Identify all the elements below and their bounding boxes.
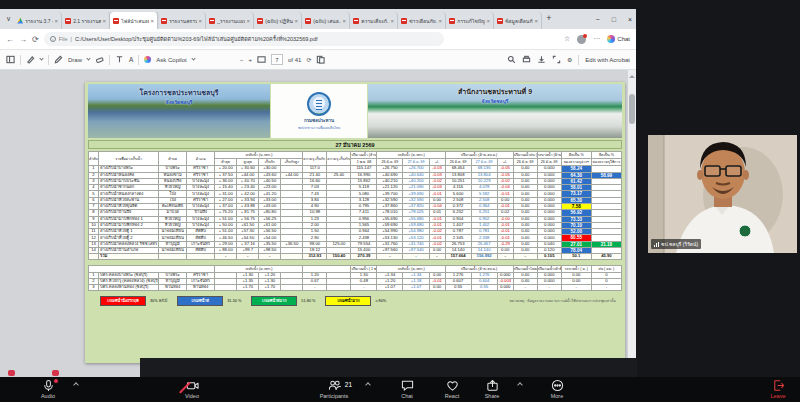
meeting-toolbar: Audio Video 21 Participants Chat [0,377,800,402]
back-icon[interactable]: ← [6,35,14,44]
forward-icon[interactable]: → [19,35,27,44]
scrollbar-thumb[interactable] [629,94,635,124]
address-bar: ← → ⟳ i File | C:/Users/User/Desktop/ประ… [0,29,636,50]
share-button[interactable]: Share [470,379,514,399]
read-aloud-icon[interactable]: A [129,56,133,63]
table-cell: - [561,284,591,290]
table-cell [327,284,351,290]
minimize-button[interactable]: − [596,16,600,23]
col-header: ระดับน้ำ (ม.รทก.) [215,266,303,273]
table-cell: รวม [99,254,159,260]
copilot-chat-button[interactable]: Chat [607,35,630,43]
favorites-star-icon[interactable]: ☆ [564,35,570,43]
tab-title: รายงานสถานภ.. [169,17,196,25]
tab-close-icon[interactable]: × [247,18,251,24]
audio-button[interactable]: Audio [26,379,70,399]
rotate-icon[interactable]: ⟳ [306,56,311,63]
url-text: C:/Users/User/Desktop/ประชุมศูนย์ติดตาม%… [75,35,317,43]
browser-tab[interactable]: รายงานสถานภ..× [158,12,206,29]
table-cell: -0.003 [497,278,513,284]
secondary-table: ระดับน้ำ (ม.รทก.) ปริมาณน้ำ ( 1 พ.ย.68 )… [88,265,622,291]
table-row: 3ปตร.คลองพานทอง (ชลบุรี)พานทองพานทอง+1.7… [89,284,622,290]
browser-tab[interactable]: ข้อมูลเตือนภั..× [494,12,542,29]
browser-tab[interactable]: ความเสี่ยงภั..× [350,12,398,29]
browser-tab[interactable]: _รายงานแผน..× [206,12,254,29]
table-cell: นาจอมเทียน [159,235,187,241]
search-icon[interactable] [507,55,516,64]
browser-tab[interactable]: 2.1 รายงานค..× [62,12,110,29]
participants-button[interactable]: 21 Participants [312,379,356,399]
leave-button[interactable]: Leave [756,379,800,399]
settings-gear-icon[interactable]: ⚙ [567,56,572,63]
ask-copilot-caret-icon[interactable] [191,56,195,60]
tab-close-icon[interactable]: × [295,18,299,24]
video-button[interactable]: Video [170,379,214,399]
browser-tab[interactable]: การแก้ไขปัญ..× [446,12,494,29]
tab-close-icon[interactable]: × [487,18,491,24]
table-cell: +1.70 [237,284,259,290]
highlighter-icon[interactable] [26,55,35,64]
participants-caret-icon[interactable] [365,382,371,388]
zoom-in-button[interactable]: + [249,57,253,63]
audio-options-caret-icon[interactable] [73,382,79,388]
browser-tab[interactable]: (ฉบับ) ปฏิทิน..× [254,12,302,29]
tab-title: ข่าวเตือนภัย.. [409,17,436,25]
zoom-out-button[interactable]: − [240,57,244,63]
scrollbar[interactable] [628,70,636,377]
browser-tab[interactable]: รายงาน 3.7 - C× [14,12,62,29]
stopped-video-indicator [52,370,59,376]
react-button[interactable]: React [430,379,474,399]
table-cell: 45.90 [591,254,621,260]
tab-close-icon[interactable]: × [55,18,59,24]
scroll-up-icon[interactable] [629,72,635,78]
legend-color-box: เกณฑ์น้ำมาก [325,296,371,306]
reload-icon[interactable]: ⟳ [32,35,39,44]
sidebar-toggle-icon[interactable] [6,55,15,64]
print-icon[interactable] [522,55,531,64]
more-menu-icon[interactable]: ⋯ [593,35,600,43]
edit-with-acrobat-button[interactable]: Edit with Acrobat [585,57,630,63]
draw-pen-icon[interactable] [54,55,63,64]
tab-close-icon[interactable]: × [199,18,203,24]
info-icon[interactable]: i [50,36,56,42]
ask-copilot-label[interactable]: Ask Copilot [156,57,186,63]
table-cell: +1.07 [403,284,429,290]
table-cell [89,254,99,260]
close-button[interactable]: × [628,16,632,23]
tab-close-icon[interactable]: × [343,18,347,24]
maximize-button[interactable]: □ [612,16,616,23]
pdf-favicon-icon [449,18,455,24]
draw-caret-icon[interactable] [86,56,90,60]
save-icon[interactable] [537,55,546,64]
url-input[interactable]: i File | C:/Users/User/Desktop/ประชุมศูน… [44,32,444,46]
draw-label[interactable]: Draw [68,57,82,63]
text-select-icon[interactable] [115,55,124,64]
profile-avatar[interactable] [577,35,586,44]
fullscreen-icon[interactable] [552,55,561,64]
col-header: คิดเป็น % [561,152,591,159]
participant-video-tile[interactable]: ชป.ชลบุรี (วิรัตน์) [648,135,797,253]
browser-tab[interactable]: ไฟล์นำเสนอค..× [110,12,158,29]
tab-close-icon[interactable]: × [439,18,443,24]
tab-close-icon[interactable]: × [151,18,155,24]
table-cell: - [591,284,621,290]
share-options-caret-icon[interactable] [517,382,523,388]
col-subheader: 26 มี.ค. 69 [377,159,403,166]
new-tab-button[interactable]: + [546,13,551,23]
tab-search-caret-icon[interactable]: ∨ [6,15,11,23]
browser-tab[interactable]: ข่าวเตือนภัย..× [398,12,446,29]
project-subtitle: จังหวัดชลบุรี [88,98,270,106]
chat-button[interactable]: Chat [385,379,429,399]
tab-close-icon[interactable]: × [103,18,107,24]
more-button[interactable]: More [535,379,579,399]
eraser-icon[interactable] [95,55,104,64]
participant-name-tag: ชป.ชลบุรี (วิรัตน์) [651,239,701,249]
fit-width-icon[interactable] [257,55,266,64]
tab-close-icon[interactable]: × [391,18,395,24]
browser-tab[interactable]: (ฉบับ) เสนอ..× [302,12,350,29]
col-header: ระบายน้ำ (ล้าน ลบ.ม.) [537,152,561,159]
page-view-icon[interactable] [316,55,325,64]
highlighter-caret-icon[interactable] [39,56,43,60]
tab-close-icon[interactable]: × [535,18,539,24]
page-number-input[interactable]: 7 [271,54,283,65]
